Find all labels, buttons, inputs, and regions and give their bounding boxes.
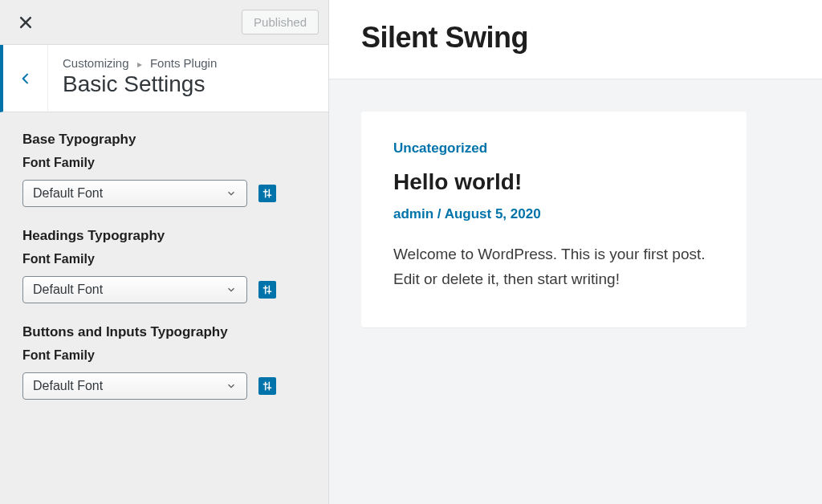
post-date: August 5, 2020 — [445, 206, 541, 222]
site-title[interactable]: Silent Swing — [361, 21, 790, 55]
headings-font-select[interactable]: Default Font — [22, 276, 247, 303]
section-heading-base: Base Typography — [22, 132, 306, 148]
typography-options-button[interactable] — [258, 185, 276, 202]
select-value: Default Font — [33, 379, 103, 393]
buttons-font-select[interactable]: Default Font — [22, 372, 247, 400]
post-author-link[interactable]: admin — [393, 206, 433, 222]
chevron-left-icon — [19, 72, 32, 85]
settings-body: Base Typography Font Family Default Font… — [0, 112, 328, 437]
back-button[interactable] — [3, 45, 48, 112]
breadcrumb-body: Customizing ▸ Fonts Plugin Basic Setting… — [48, 45, 231, 112]
post-excerpt: Welcome to WordPress. This is your first… — [393, 242, 714, 292]
breadcrumb-level-1: Customizing — [63, 56, 129, 70]
breadcrumb-bar: Customizing ▸ Fonts Plugin Basic Setting… — [0, 45, 328, 112]
breadcrumb-level-2: Fonts Plugin — [150, 56, 217, 70]
chevron-down-icon — [222, 377, 240, 395]
post-category-link[interactable]: Uncategorized — [393, 140, 714, 156]
chevron-down-icon — [222, 185, 240, 202]
close-icon — [18, 14, 34, 30]
typography-options-button[interactable] — [258, 281, 276, 299]
typography-options-button[interactable] — [258, 377, 276, 395]
publish-status-button[interactable]: Published — [242, 10, 319, 35]
chevron-down-icon — [222, 281, 240, 299]
meta-separator: / — [437, 206, 445, 222]
post-meta: admin / August 5, 2020 — [393, 206, 714, 222]
font-select-row: Default Font — [22, 276, 306, 303]
field-label: Font Family — [22, 348, 306, 363]
customizer-topbar: Published — [0, 0, 328, 45]
customizer-sidebar: Published Customizing ▸ Fonts Plugin Bas… — [0, 0, 329, 504]
base-font-select[interactable]: Default Font — [22, 180, 247, 207]
font-select-row: Default Font — [22, 180, 306, 207]
section-heading-buttons: Buttons and Inputs Typography — [22, 324, 306, 340]
sliders-icon — [262, 284, 273, 295]
select-value: Default Font — [33, 186, 103, 201]
sliders-icon — [262, 380, 273, 392]
sliders-icon — [262, 188, 273, 199]
section-heading-headings: Headings Typography — [22, 228, 306, 244]
panel-title: Basic Settings — [63, 71, 217, 97]
field-label: Font Family — [22, 156, 306, 170]
post-title-link[interactable]: Hello world! — [393, 169, 714, 195]
breadcrumb-separator: ▸ — [137, 59, 142, 70]
field-label: Font Family — [22, 252, 306, 266]
site-header: Silent Swing — [329, 0, 822, 79]
preview-pane: Silent Swing Uncategorized Hello world! … — [329, 0, 822, 504]
select-value: Default Font — [33, 282, 103, 297]
preview-body: Uncategorized Hello world! admin / Augus… — [329, 79, 822, 504]
post-card: Uncategorized Hello world! admin / Augus… — [361, 112, 747, 327]
breadcrumb-path: Customizing ▸ Fonts Plugin — [63, 56, 217, 70]
font-select-row: Default Font — [22, 372, 306, 400]
close-button[interactable] — [10, 6, 42, 39]
